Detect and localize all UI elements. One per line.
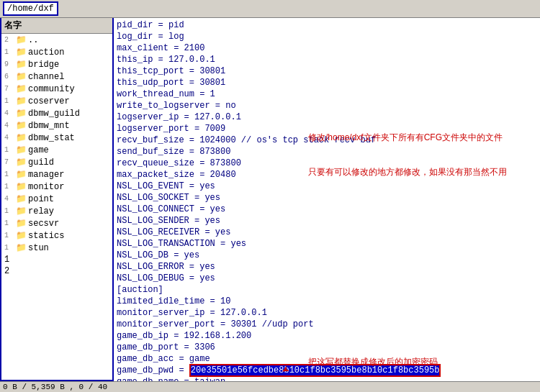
item-num: 1 — [4, 183, 14, 191]
code-line: send_buf_size = 873800 — [117, 146, 537, 158]
item-num: 1 — [4, 146, 14, 154]
tree-item[interactable]: 4📁point — [1, 193, 112, 205]
item-name: guild — [28, 158, 54, 168]
item-num: 7 — [4, 85, 14, 93]
folder-icon: 📁 — [16, 169, 27, 180]
item-name: dbmw_guild — [28, 109, 80, 119]
item-name: auction — [28, 47, 64, 58]
tree-item[interactable]: 1📁manager — [1, 168, 112, 181]
item-name: coserver — [28, 96, 70, 106]
tree-item[interactable]: 1📁coserver — [1, 95, 112, 107]
code-line: NSL_LOG_SOCKET = yes — [117, 192, 537, 204]
folder-icon: 📁 — [16, 96, 27, 106]
item-num: 1 — [4, 207, 14, 215]
tree-item[interactable]: 4📁dbmw_mnt — [1, 119, 112, 132]
code-line: this_ip = 127.0.0.1 — [117, 54, 537, 65]
folder-icon: 📁 — [16, 47, 27, 58]
item-name: 2 — [4, 266, 9, 276]
item-name: .. — [28, 35, 38, 45]
status-bar: 0 B / 5,359 B , 0 / 40 — [0, 381, 540, 392]
item-name: channel — [28, 72, 64, 82]
item-name: game — [28, 145, 49, 155]
folder-icon: 📁 — [16, 218, 27, 229]
item-name: secsvr — [28, 219, 59, 229]
folder-icon: 📁 — [16, 108, 27, 119]
code-line: NSL_LOG_CONNECT = yes — [117, 204, 537, 215]
item-num: 4 — [4, 134, 14, 142]
tree-container: 2📁..1📁auction9📁bridge6📁channel7📁communit… — [1, 34, 112, 277]
item-num: 9 — [4, 60, 14, 68]
folder-icon: 📁 — [16, 132, 27, 143]
item-num: 4 — [4, 109, 14, 117]
item-num: 1 — [4, 219, 14, 227]
current-path: /home/dxf — [3, 1, 58, 16]
code-line: game_db_name = taiwan — [117, 376, 537, 381]
code-line: write_to_logserver = no — [117, 100, 537, 111]
item-name: statics — [28, 231, 64, 241]
code-editor: pid_dir = pidlog_dir = logmax_client = 2… — [117, 19, 537, 381]
tree-item[interactable]: 6📁channel — [1, 70, 112, 83]
code-line: max_client = 2100 — [117, 42, 537, 54]
code-line: NSL_LOG_DEBUG = yes — [117, 273, 537, 284]
tree-item[interactable]: 1📁game — [1, 144, 112, 156]
folder-icon: 📁 — [16, 145, 27, 155]
item-name: bridge — [28, 60, 59, 70]
item-name: stun — [28, 243, 49, 253]
annotation-modify-all: 只要有可以修改的地方都修改，如果没有那当然不用 — [308, 166, 507, 178]
left-panel-header: 名字 — [1, 18, 112, 34]
folder-icon: 📁 — [16, 71, 27, 82]
tree-item: 1 — [1, 254, 112, 265]
left-panel: 名字 2📁..1📁auction9📁bridge6📁channel7📁commu… — [0, 18, 114, 381]
item-name: dbmw_stat — [28, 133, 75, 143]
status-text: 0 B / 5,359 B , 0 / 40 — [3, 383, 107, 391]
item-name: manager — [28, 170, 64, 180]
tree-item[interactable]: 4📁dbmw_guild — [1, 107, 112, 119]
code-line: logserver_ip = 127.0.0.1 — [117, 111, 537, 123]
code-line: NSL_LOG_ERROR = yes — [117, 261, 537, 273]
item-name: dbmw_mnt — [28, 121, 70, 131]
code-line: monitor_server_port = 30301 //udp port — [117, 319, 537, 330]
item-name: point — [28, 194, 54, 204]
item-num: 1 — [4, 170, 14, 178]
code-line: NSL_LOG_TRANSACTION = yes — [117, 238, 537, 250]
tree-item[interactable]: 2📁.. — [1, 34, 112, 46]
top-bar: /home/dxf — [0, 0, 540, 18]
tree-item[interactable]: 1📁statics — [1, 229, 112, 242]
tree-item[interactable]: 1📁relay — [1, 205, 112, 217]
code-line: limited_idle_time = 10 — [117, 296, 537, 307]
tree-item[interactable]: 7📁guild — [1, 156, 112, 168]
folder-icon: 📁 — [16, 206, 27, 216]
folder-icon: 📁 — [16, 59, 27, 70]
item-name: relay — [28, 206, 54, 216]
code-line: [auction] — [117, 284, 537, 296]
code-line: NSL_LOG_SENDER = yes — [117, 215, 537, 227]
tree-item[interactable]: 7📁community — [1, 83, 112, 95]
code-line: game_db_ip = 192.168.1.200 — [117, 330, 537, 342]
code-line: log_dir = log — [117, 31, 537, 42]
item-name: monitor — [28, 182, 64, 192]
item-num: 1 — [4, 232, 14, 240]
item-num: 4 — [4, 122, 14, 129]
folder-icon: 📁 — [16, 193, 27, 204]
tree-item[interactable]: 1📁monitor — [1, 181, 112, 193]
tree-item[interactable]: 1📁auction — [1, 46, 112, 58]
right-panel[interactable]: pid_dir = pidlog_dir = logmax_client = 2… — [114, 18, 540, 381]
item-num: 2 — [4, 36, 14, 44]
tree-item: 2 — [1, 265, 112, 277]
folder-icon: 📁 — [16, 120, 27, 131]
folder-icon: 📁 — [16, 230, 27, 241]
code-line: pid_dir = pid — [117, 19, 537, 31]
item-num: 6 — [4, 73, 14, 81]
tree-item[interactable]: 1📁stun — [1, 242, 112, 254]
tree-item[interactable]: 4📁dbmw_stat — [1, 132, 112, 144]
folder-icon: 📁 — [16, 35, 27, 45]
folder-icon: 📁 — [16, 181, 27, 192]
tree-item[interactable]: 9📁bridge — [1, 58, 112, 70]
tree-item[interactable]: 1📁secsvr — [1, 217, 112, 229]
code-line: NSL_LOG_DB = yes — [117, 250, 537, 261]
code-line: monitor_server_ip = 127.0.0.1 — [117, 307, 537, 319]
item-num: 1 — [4, 48, 14, 56]
code-line: this_udp_port = 30801 — [117, 77, 537, 88]
item-num: 4 — [4, 195, 14, 203]
item-name: community — [28, 84, 75, 94]
